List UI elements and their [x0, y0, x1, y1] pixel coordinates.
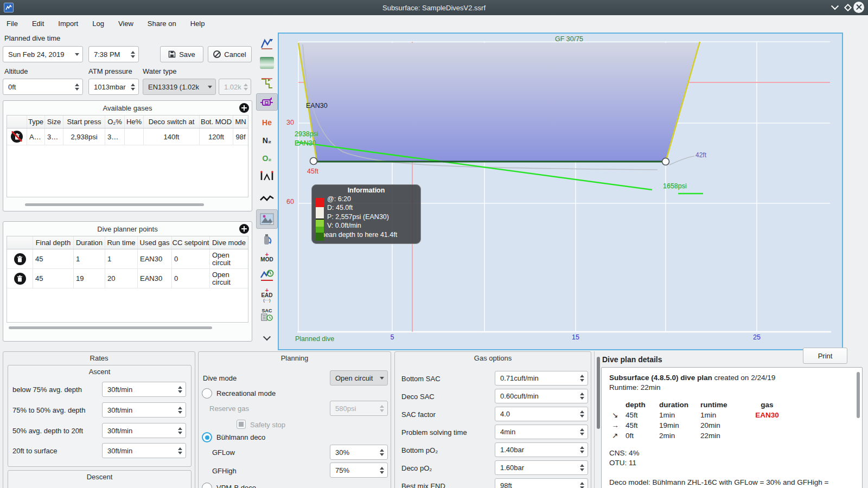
close-icon[interactable] — [853, 2, 864, 12]
point-mode[interactable]: Open circuit — [210, 249, 248, 268]
gas-o2[interactable]: 3… — [105, 129, 125, 145]
gas-he[interactable] — [125, 129, 144, 145]
col-deco-switch[interactable]: Deco switch at — [144, 115, 200, 128]
atm-pressure-spinner[interactable]: 1013mbar — [88, 79, 139, 95]
add-gas-button[interactable] — [239, 103, 249, 113]
spinner-arrows-icon[interactable] — [72, 79, 82, 94]
profile-toggle-icon[interactable] — [256, 35, 278, 52]
dc-ceiling-icon[interactable] — [256, 267, 278, 284]
point-mode[interactable]: Open circuit — [210, 269, 248, 288]
delete-point-icon[interactable] — [14, 253, 26, 265]
minimize-icon[interactable] — [829, 2, 840, 13]
spinner-arrows-icon[interactable] — [127, 79, 138, 94]
spinner-arrows-icon[interactable] — [175, 444, 186, 458]
gas-type[interactable]: A… — [27, 129, 45, 145]
gasopt-spinner[interactable]: 0.71cuft/min — [495, 371, 588, 386]
mod-icon[interactable]: + MOD — [256, 248, 278, 266]
profile-handle[interactable] — [310, 158, 317, 165]
maximize-icon[interactable] — [843, 2, 853, 13]
point-row[interactable]: 45 1 1 EAN30 0 Open circuit — [7, 249, 248, 269]
gasopt-spinner[interactable]: 1.40bar — [495, 442, 588, 457]
rate-spinner[interactable]: 30ft/min — [102, 402, 186, 418]
spinner-arrows-icon[interactable] — [175, 382, 186, 396]
spinner-arrows-icon[interactable] — [577, 371, 588, 385]
gases-hscrollbar[interactable] — [25, 203, 204, 206]
dive-mode-combo[interactable]: Open circuit — [330, 370, 388, 386]
point-runtime[interactable]: 20 — [105, 269, 138, 288]
col-run-time[interactable]: Run time — [105, 236, 138, 249]
col-type[interactable]: Type — [27, 115, 45, 128]
dive-time-spinner[interactable]: 7:38 PM — [88, 46, 139, 62]
col-mnd[interactable]: MN — [233, 115, 248, 128]
profile-handle[interactable] — [662, 158, 669, 165]
buhlmann-deco-radio[interactable] — [202, 432, 212, 442]
col-final-depth[interactable]: Final depth — [33, 236, 74, 249]
spinner-arrows-icon[interactable] — [577, 461, 588, 474]
spinner-arrows-icon[interactable] — [376, 463, 387, 477]
gas-start-press[interactable]: 2,938psi — [63, 129, 105, 145]
gasopt-spinner[interactable]: 4min — [495, 425, 588, 439]
oxygen-graph-icon[interactable]: O₂ — [256, 150, 278, 167]
delete-gas-icon[interactable] — [11, 131, 23, 143]
menu-import[interactable]: Import — [58, 20, 78, 28]
spinner-arrows-icon[interactable] — [175, 423, 186, 438]
helium-graph-icon[interactable]: He — [256, 114, 278, 131]
gasopt-spinner[interactable]: 1.60bar — [495, 460, 588, 475]
gas-bot-mod[interactable]: 120ft — [200, 129, 233, 145]
gasopt-spinner[interactable]: 0.60cuft/min — [495, 389, 588, 403]
col-he[interactable]: He% — [125, 115, 144, 128]
col-duration[interactable]: Duration — [74, 236, 105, 249]
save-button[interactable]: Save — [160, 46, 203, 62]
print-button[interactable]: Print — [803, 348, 847, 364]
menu-share-on[interactable]: Share on — [148, 20, 176, 28]
point-depth[interactable]: 45 — [33, 269, 74, 288]
cancel-button[interactable]: Cancel — [208, 46, 252, 62]
add-point-button[interactable] — [239, 224, 249, 234]
spinner-arrows-icon[interactable] — [376, 445, 387, 459]
menu-log[interactable]: Log — [92, 20, 104, 28]
col-o2[interactable]: O₂% — [105, 115, 125, 128]
photos-icon[interactable] — [256, 209, 278, 229]
gfhigh-spinner[interactable]: 75% — [330, 463, 388, 478]
gas-size[interactable]: 3… — [45, 129, 63, 145]
point-depth[interactable]: 45 — [33, 249, 74, 268]
delete-point-icon[interactable] — [14, 273, 26, 285]
gas-row[interactable]: A… 3… 2,938psi 3… 140ft 120ft 98f — [7, 129, 248, 145]
menu-view[interactable]: View — [118, 20, 133, 28]
rate-spinner[interactable]: 30ft/min — [102, 382, 186, 397]
col-dive-mode[interactable]: Dive mode — [210, 236, 248, 249]
col-used-gas[interactable]: Used gas — [138, 236, 172, 249]
tank-pressure-icon[interactable] — [256, 168, 278, 185]
safety-stop-checkbox[interactable] — [237, 420, 246, 429]
altitude-spinner[interactable]: 0ft — [3, 79, 83, 95]
notes-vscrollbar[interactable] — [857, 372, 860, 418]
calculated-ceiling-icon[interactable] — [256, 75, 278, 92]
rate-spinner[interactable]: 30ft/min — [102, 423, 186, 438]
point-gas[interactable]: EAN30 — [138, 249, 172, 268]
point-duration[interactable]: 19 — [74, 269, 105, 288]
gas-deco-switch[interactable]: 140ft — [144, 129, 200, 145]
point-gas[interactable]: EAN30 — [138, 269, 172, 288]
point-duration[interactable]: 1 — [74, 249, 105, 268]
col-bot-mod[interactable]: Bot. MOD — [200, 115, 233, 128]
gas-switch-icon[interactable] — [256, 231, 278, 248]
spinner-arrows-icon[interactable] — [577, 389, 588, 403]
toolbar-scroll-down-icon[interactable] — [256, 330, 278, 347]
dive-date-combo[interactable]: Sun Feb 24, 2019 — [3, 46, 83, 62]
col-cc-setpoint[interactable]: CC setpoint — [172, 236, 210, 249]
gflow-spinner[interactable]: 30% — [330, 445, 388, 460]
point-setpoint[interactable]: 0 — [172, 249, 210, 268]
spinner-arrows-icon[interactable] — [127, 47, 138, 62]
point-setpoint[interactable]: 0 — [172, 269, 210, 288]
spinner-arrows-icon[interactable] — [175, 403, 186, 417]
menu-edit[interactable]: Edit — [32, 20, 44, 28]
spinner-arrows-icon[interactable] — [577, 443, 588, 457]
col-size[interactable]: Size — [45, 115, 63, 128]
gas-mnd[interactable]: 98f — [233, 129, 248, 145]
gasopt-spinner[interactable]: 98ft — [495, 478, 588, 488]
water-type-combo[interactable]: EN13319 (1.02k — [143, 79, 216, 95]
ead-icon[interactable]: + EAD (···) — [256, 286, 278, 304]
gasopt-spinner[interactable]: 4.0 — [495, 407, 588, 421]
details-vscrollbar[interactable] — [597, 357, 600, 429]
rate-spinner[interactable]: 30ft/min — [102, 443, 186, 458]
